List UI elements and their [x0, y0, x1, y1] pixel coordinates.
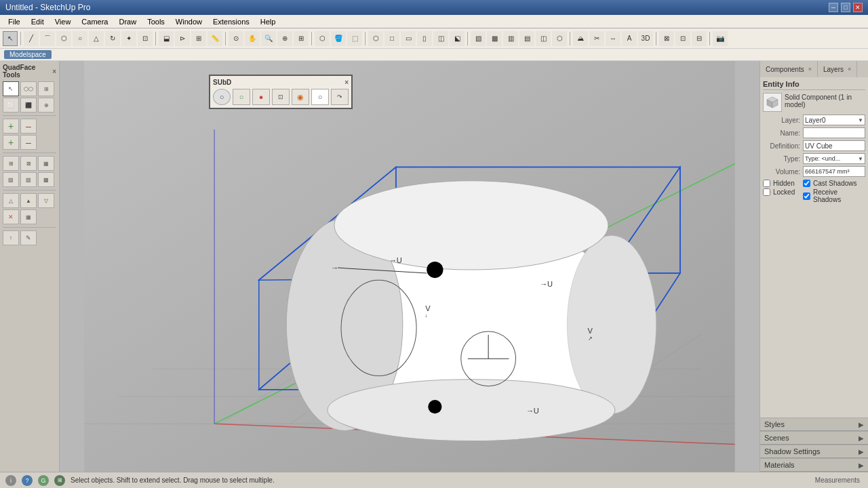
subd-btn-6[interactable]: ○	[311, 89, 329, 105]
move-tool[interactable]: ✦	[121, 31, 136, 46]
materials-section[interactable]: Materials ▶	[760, 458, 868, 472]
eraser-tool[interactable]: ⬚	[347, 31, 362, 46]
style-btn-4[interactable]: ▤	[519, 31, 534, 46]
lp-arrow[interactable]: ↑	[3, 230, 19, 245]
menu-window[interactable]: Window	[170, 16, 208, 27]
components-close-icon[interactable]: ×	[808, 66, 812, 73]
components-panel-tab[interactable]: Components ×	[760, 61, 818, 77]
orbit-tool[interactable]: ⊙	[229, 31, 243, 46]
scenes-section[interactable]: Scenes ▶	[760, 431, 868, 445]
poly-tool[interactable]: △	[89, 31, 104, 46]
text-tool[interactable]: A	[622, 31, 637, 46]
menu-tools[interactable]: Tools	[142, 16, 170, 27]
lp-grid-7[interactable]: ▦	[20, 209, 37, 224]
pan-tool[interactable]: ✋	[245, 31, 260, 46]
extra-tool-1[interactable]: ⊡	[675, 31, 690, 46]
lp-grow[interactable]: ⊕	[38, 98, 54, 113]
styles-section[interactable]: Styles ▶	[760, 418, 868, 431]
subd-btn-7[interactable]: ↷	[331, 89, 349, 105]
lp-grid-3[interactable]: ▦	[38, 156, 54, 171]
lp-loop[interactable]: ⬜	[3, 98, 19, 113]
layers-panel-tab[interactable]: Layers ×	[818, 61, 857, 77]
zoom-extents-tool[interactable]: ⊞	[294, 31, 309, 46]
minimize-button[interactable]: ─	[829, 3, 838, 12]
zoom-window-tool[interactable]: ⊕	[277, 31, 292, 46]
lp-tri-3[interactable]: ▽	[38, 193, 54, 208]
follow-me-tool[interactable]: ⊳	[175, 31, 190, 46]
match-photo[interactable]: 📷	[713, 31, 728, 46]
style-btn-2[interactable]: ▩	[487, 31, 502, 46]
zoom-tool[interactable]: 🔍	[261, 31, 276, 46]
arc-tool[interactable]: ⌒	[40, 31, 55, 46]
style-btn-3[interactable]: ▥	[503, 31, 518, 46]
lp-grid-4[interactable]: ▧	[3, 172, 19, 187]
paint-tool[interactable]: 🪣	[331, 31, 346, 46]
style-btn-5[interactable]: ◫	[536, 31, 551, 46]
subd-btn-4[interactable]: ⊡	[272, 89, 290, 105]
lp-grid-2[interactable]: ⊠	[20, 156, 37, 171]
menu-edit[interactable]: Edit	[26, 16, 50, 27]
lp-grid-6[interactable]: ▩	[38, 172, 54, 187]
cast-shadows-checkbox[interactable]	[803, 180, 810, 187]
view-back[interactable]: ◫	[433, 31, 448, 46]
layers-close-icon[interactable]: ×	[848, 66, 851, 73]
circle-tool[interactable]: ○	[73, 31, 87, 46]
lp-plus[interactable]: +	[3, 119, 19, 134]
subd-btn-5[interactable]: ◉	[292, 89, 309, 105]
locked-checkbox[interactable]	[763, 188, 770, 196]
close-button[interactable]: ✕	[853, 3, 863, 12]
quadface-close-icon[interactable]: ×	[52, 68, 56, 75]
shape-tool[interactable]: ⬡	[56, 31, 71, 46]
menu-file[interactable]: File	[3, 16, 26, 27]
line-tool[interactable]: ╱	[24, 31, 39, 46]
lp-minus2[interactable]: –	[20, 135, 37, 150]
rotate-tool[interactable]: ↻	[105, 31, 120, 46]
view-left[interactable]: ⬕	[450, 31, 465, 46]
lp-grid-1[interactable]: ⊞	[3, 156, 19, 171]
lp-quad[interactable]: ⬡⬡	[20, 81, 37, 96]
offset-tool[interactable]: ⊞	[191, 31, 206, 46]
tape-tool[interactable]: 📏	[208, 31, 222, 46]
lp-x[interactable]: ✕	[3, 209, 19, 224]
subd-btn-1[interactable]: ○	[213, 89, 231, 105]
modelspace-button[interactable]: Modelspace	[4, 50, 52, 59]
3d-text-tool[interactable]: 3D	[638, 31, 653, 46]
push-pull-tool[interactable]: ⬓	[159, 31, 174, 46]
hidden-checkbox[interactable]	[763, 180, 770, 187]
layer-dropdown[interactable]: Layer0 ▼	[803, 115, 865, 125]
type-dropdown[interactable]: Type: <und... ▼	[803, 153, 865, 164]
component-tool[interactable]: ⬡	[315, 31, 330, 46]
lp-pencil[interactable]: ✎	[20, 230, 37, 245]
maximize-button[interactable]: □	[841, 3, 850, 12]
lp-tri-2[interactable]: ▲	[20, 193, 37, 208]
subd-btn-3[interactable]: ●	[252, 89, 270, 105]
receive-shadows-checkbox[interactable]	[803, 192, 810, 200]
lp-tri-1[interactable]: △	[3, 193, 19, 208]
style-btn-1[interactable]: ▧	[471, 31, 486, 46]
viewport[interactable]: →U →U →U V ↓ V ↗ →	[60, 61, 760, 472]
lp-grid-5[interactable]: ▨	[20, 172, 37, 187]
section-tool[interactable]: ✂	[589, 31, 604, 46]
subd-btn-2[interactable]: ○	[233, 89, 250, 105]
subd-close-icon[interactable]: ×	[344, 79, 349, 86]
extra-tool-2[interactable]: ⊟	[692, 31, 707, 46]
view-top[interactable]: □	[384, 31, 399, 46]
shadow-settings-section[interactable]: Shadow Settings ▶	[760, 445, 868, 458]
menu-extensions[interactable]: Extensions	[208, 16, 255, 27]
lp-select[interactable]: ↖	[3, 81, 19, 96]
view-front[interactable]: ▭	[401, 31, 416, 46]
menu-camera[interactable]: Camera	[76, 16, 113, 27]
lp-minus[interactable]: –	[20, 119, 37, 134]
sandbox-tool[interactable]: ⛰	[573, 31, 588, 46]
lp-ring[interactable]: ⬛	[20, 98, 37, 113]
menu-view[interactable]: View	[50, 16, 77, 27]
scale-tool[interactable]: ⊡	[138, 31, 153, 46]
walk-tool[interactable]: ⊠	[659, 31, 674, 46]
style-btn-6[interactable]: ⬡	[552, 31, 567, 46]
view-iso[interactable]: ⬡	[368, 31, 383, 46]
lp-add2[interactable]: +	[3, 135, 19, 150]
lp-connect[interactable]: ⊞	[38, 81, 54, 96]
name-input[interactable]	[803, 127, 865, 138]
menu-help[interactable]: Help	[255, 16, 281, 27]
view-right[interactable]: ▯	[417, 31, 432, 46]
